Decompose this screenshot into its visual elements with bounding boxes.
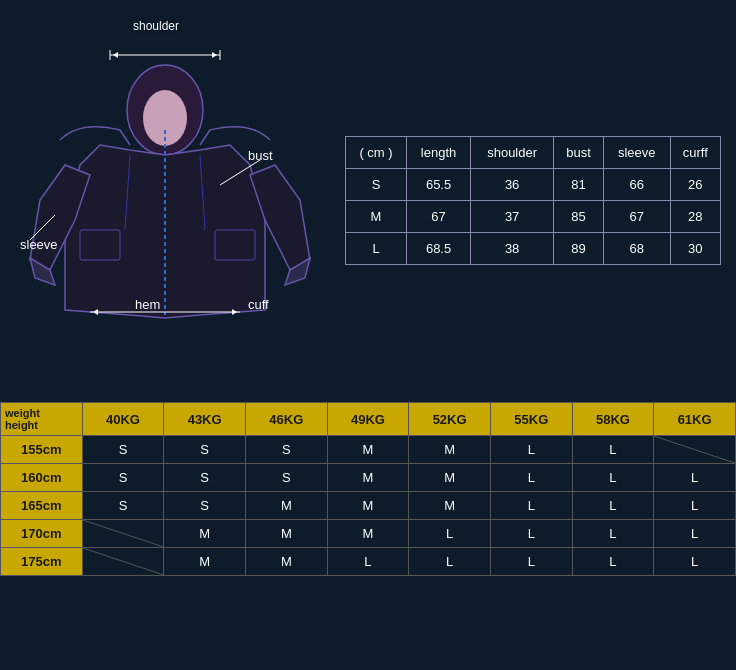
weight-header-cell: 55KG: [490, 403, 572, 436]
weight-header-cell: 61KG: [654, 403, 736, 436]
size-table-row: L68.538896830: [346, 232, 721, 264]
wh-data-cell: L: [654, 548, 736, 576]
wh-table-row: 155cmSSSMMLL: [1, 436, 736, 464]
size-table-cell: 85: [554, 200, 604, 232]
empty-cell: [82, 520, 164, 548]
wh-data-cell: M: [164, 520, 246, 548]
size-table-area: ( cm )lengthshoulderbustsleevecurff S65.…: [340, 0, 736, 400]
wh-data-cell: L: [572, 520, 654, 548]
wh-data-cell: S: [245, 464, 327, 492]
weight-header-cell: 49KG: [327, 403, 409, 436]
empty-cell: [654, 436, 736, 464]
size-table-cell: M: [346, 200, 407, 232]
svg-line-19: [83, 548, 164, 575]
wh-data-cell: M: [409, 464, 491, 492]
size-table-cell: 68.5: [407, 232, 471, 264]
weight-height-table: weightheight40KG43KG46KG49KG52KG55KG58KG…: [0, 402, 736, 576]
size-table: ( cm )lengthshoulderbustsleevecurff S65.…: [345, 136, 721, 265]
size-table-cell: L: [346, 232, 407, 264]
wh-data-cell: S: [82, 436, 164, 464]
wh-data-cell: M: [327, 464, 409, 492]
wh-data-cell: L: [572, 436, 654, 464]
wh-data-cell: L: [327, 548, 409, 576]
wh-data-cell: M: [327, 436, 409, 464]
height-cell: 175cm: [1, 548, 83, 576]
size-table-header-cell: ( cm ): [346, 136, 407, 168]
hem-label: hem: [135, 297, 160, 312]
weight-header-cell: 52KG: [409, 403, 491, 436]
size-table-cell: 89: [554, 232, 604, 264]
wh-data-cell: M: [245, 492, 327, 520]
wh-table-row: 170cmMMMLLLL: [1, 520, 736, 548]
weight-header-cell: 43KG: [164, 403, 246, 436]
size-table-header-cell: shoulder: [471, 136, 554, 168]
wh-data-cell: M: [327, 520, 409, 548]
size-table-cell: 68: [603, 232, 670, 264]
weight-header-cell: 40KG: [82, 403, 164, 436]
shoulder-label: shoulder: [130, 18, 182, 34]
size-table-cell: 81: [554, 168, 604, 200]
weight-height-section: weightheight40KG43KG46KG49KG52KG55KG58KG…: [0, 402, 736, 670]
size-table-cell: 67: [603, 200, 670, 232]
size-table-row: M6737856728: [346, 200, 721, 232]
empty-cell: [82, 548, 164, 576]
size-table-cell: 65.5: [407, 168, 471, 200]
wh-data-cell: S: [82, 492, 164, 520]
wh-data-cell: S: [164, 436, 246, 464]
height-cell: 170cm: [1, 520, 83, 548]
weight-header-cell: 46KG: [245, 403, 327, 436]
wh-data-cell: M: [327, 492, 409, 520]
size-table-cell: 37: [471, 200, 554, 232]
size-table-cell: 30: [670, 232, 720, 264]
size-table-header-cell: length: [407, 136, 471, 168]
wh-data-cell: L: [409, 520, 491, 548]
wh-corner-cell: weightheight: [1, 403, 83, 436]
height-cell: 160cm: [1, 464, 83, 492]
wh-data-cell: L: [572, 548, 654, 576]
wh-data-cell: S: [245, 436, 327, 464]
size-table-cell: 28: [670, 200, 720, 232]
wh-data-cell: L: [490, 520, 572, 548]
size-table-row: S65.536816626: [346, 168, 721, 200]
cuff-label: cuff: [248, 297, 269, 312]
wh-table-row: 175cmMMLLLLL: [1, 548, 736, 576]
size-table-cell: 26: [670, 168, 720, 200]
jacket-illustration-area: shoulder bust sleeve hem cuff: [0, 0, 340, 400]
size-table-cell: S: [346, 168, 407, 200]
weight-header-cell: 58KG: [572, 403, 654, 436]
bust-label: bust: [248, 148, 273, 163]
wh-data-cell: M: [245, 548, 327, 576]
wh-data-cell: L: [490, 464, 572, 492]
wh-data-cell: S: [164, 464, 246, 492]
wh-data-cell: S: [82, 464, 164, 492]
wh-table-row: 160cmSSSMMLLL: [1, 464, 736, 492]
svg-line-17: [654, 436, 735, 463]
height-cell: 165cm: [1, 492, 83, 520]
wh-data-cell: L: [409, 548, 491, 576]
size-table-cell: 36: [471, 168, 554, 200]
wh-data-cell: M: [409, 492, 491, 520]
wh-data-cell: M: [409, 436, 491, 464]
svg-line-18: [83, 520, 164, 547]
wh-data-cell: L: [490, 548, 572, 576]
height-cell: 155cm: [1, 436, 83, 464]
wh-data-cell: L: [654, 492, 736, 520]
wh-data-cell: L: [572, 492, 654, 520]
wh-data-cell: L: [572, 464, 654, 492]
wh-data-cell: M: [245, 520, 327, 548]
size-table-cell: 66: [603, 168, 670, 200]
sleeve-label: sleeve: [20, 237, 58, 252]
size-table-cell: 38: [471, 232, 554, 264]
size-table-header-cell: curff: [670, 136, 720, 168]
size-table-header-cell: sleeve: [603, 136, 670, 168]
wh-table-row: 165cmSSMMMLLL: [1, 492, 736, 520]
size-table-header-cell: bust: [554, 136, 604, 168]
wh-data-cell: L: [654, 464, 736, 492]
size-table-cell: 67: [407, 200, 471, 232]
wh-data-cell: L: [490, 492, 572, 520]
wh-data-cell: S: [164, 492, 246, 520]
wh-data-cell: L: [654, 520, 736, 548]
wh-data-cell: L: [490, 436, 572, 464]
wh-data-cell: M: [164, 548, 246, 576]
